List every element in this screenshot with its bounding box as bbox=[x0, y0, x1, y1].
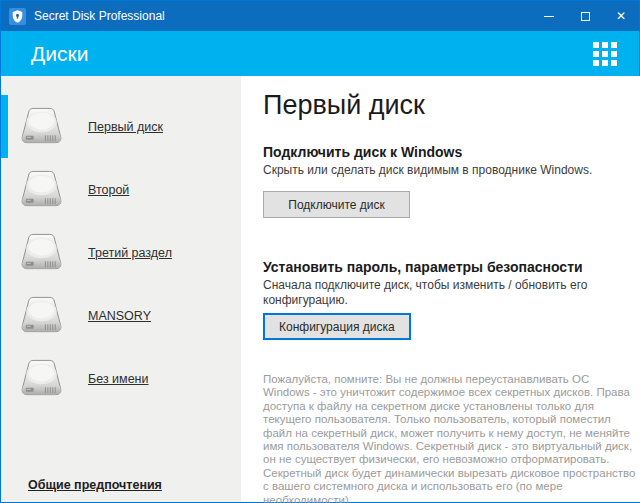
sidebar-item-disk-4[interactable]: MANSORY bbox=[1, 284, 241, 347]
disk-detail-panel: Первый диск Подключить диск к Windows Ск… bbox=[241, 76, 640, 502]
sidebar-item-disk-3[interactable]: Третий раздел bbox=[1, 221, 241, 284]
minimize-button[interactable] bbox=[531, 1, 567, 31]
sidebar-item-label[interactable]: Второй bbox=[88, 183, 129, 197]
selected-indicator bbox=[1, 95, 8, 158]
content-area: Первый диск Второй Третий раздел MANSORY bbox=[1, 76, 639, 502]
section-heading: Подключить диск к Windows bbox=[263, 143, 637, 161]
sidebar-item-label[interactable]: MANSORY bbox=[88, 309, 151, 323]
section-heading: Установить пароль, параметры безопасност… bbox=[263, 258, 637, 276]
sidebar-item-disk-5[interactable]: Без имени bbox=[1, 347, 241, 410]
connect-disk-button[interactable]: Подключите диск bbox=[263, 191, 410, 218]
connect-disk-section: Подключить диск к Windows Скрыть или сде… bbox=[263, 143, 637, 218]
minimize-icon bbox=[544, 16, 554, 17]
window-title: Secret Disk Professional bbox=[34, 9, 531, 23]
security-config-section: Установить пароль, параметры безопасност… bbox=[263, 258, 637, 340]
close-button[interactable]: ✕ bbox=[603, 1, 639, 31]
section-description: Скрыть или сделать диск видимым в провод… bbox=[263, 163, 635, 178]
disk-sidebar: Первый диск Второй Третий раздел MANSORY bbox=[1, 76, 241, 502]
app-shield-icon bbox=[9, 8, 26, 25]
sidebar-item-label[interactable]: Первый диск bbox=[88, 120, 163, 134]
hard-disk-icon bbox=[19, 294, 64, 337]
app-window: Secret Disk Professional ✕ Диски Первый … bbox=[0, 0, 640, 503]
section-description: Сначала подключите диск, чтобы изменить … bbox=[263, 278, 635, 308]
disk-configuration-button[interactable]: Конфигурация диска bbox=[263, 313, 411, 340]
maximize-icon bbox=[581, 12, 590, 21]
general-preferences-link[interactable]: Общие предпочтения bbox=[28, 478, 162, 492]
sidebar-item-label[interactable]: Третий раздел bbox=[88, 246, 172, 260]
page-header: Диски bbox=[1, 31, 639, 76]
apps-grid-icon[interactable] bbox=[593, 42, 617, 66]
sidebar-item-disk-2[interactable]: Второй bbox=[1, 158, 241, 221]
hard-disk-icon bbox=[19, 357, 64, 400]
hard-disk-icon bbox=[19, 168, 64, 211]
disk-title: Первый диск bbox=[263, 89, 637, 121]
maximize-button[interactable] bbox=[567, 1, 603, 31]
titlebar: Secret Disk Professional ✕ bbox=[1, 1, 639, 31]
page-title: Диски bbox=[31, 42, 593, 66]
hard-disk-icon bbox=[19, 105, 64, 148]
sidebar-item-label[interactable]: Без имени bbox=[88, 372, 149, 386]
hard-disk-icon bbox=[19, 231, 64, 274]
close-icon: ✕ bbox=[616, 10, 626, 22]
disclaimer-text: Пожалуйста, помните: Вы не должны переус… bbox=[263, 373, 637, 503]
sidebar-item-disk-1[interactable]: Первый диск bbox=[1, 95, 241, 158]
